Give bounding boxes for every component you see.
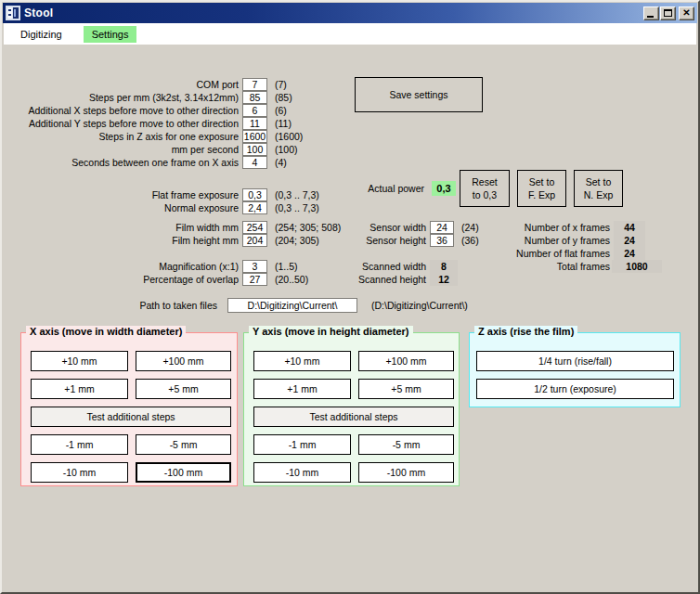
mm-per-second-row: mm per second (100)	[2, 143, 298, 156]
tab-bar: Digitizing Settings	[4, 23, 696, 45]
normal-exposure-input[interactable]	[242, 201, 267, 214]
add-y-steps-row: Additional Y steps before move to other …	[2, 117, 292, 130]
close-button[interactable]: ✕	[679, 6, 694, 20]
sensor-width-label: Sensor width	[308, 222, 426, 233]
add-x-steps-label: Additional X steps before move to other …	[2, 105, 239, 116]
add-x-steps-row: Additional X steps before move to other …	[2, 104, 287, 117]
steps-z-row: Steps in Z axis for one exposure (1600)	[2, 130, 303, 143]
maximize-button[interactable]	[660, 6, 676, 20]
x-minus100-button[interactable]: -100 mm	[136, 462, 231, 483]
seconds-between-hint: (4)	[275, 157, 287, 168]
z-axis-group: Z axis (rise the film) 1/4 turn (rise/fa…	[469, 332, 681, 407]
z-quarter-turn-button[interactable]: 1/4 turn (rise/fall)	[476, 351, 674, 371]
reset-power-button[interactable]: Reset to 0,3	[460, 170, 510, 207]
com-port-hint: (7)	[275, 79, 287, 90]
total-frames-label: Total frames	[446, 261, 610, 272]
y-minus10-button[interactable]: -10 mm	[253, 462, 351, 483]
y-minus1-button[interactable]: -1 mm	[253, 434, 351, 455]
z-half-turn-button[interactable]: 1/2 turn (exposure)	[476, 379, 674, 399]
tab-digitizing[interactable]: Digitizing	[19, 26, 64, 43]
film-width-input[interactable]	[242, 221, 267, 234]
steps-z-hint: (1600)	[275, 131, 303, 142]
close-icon: ✕	[682, 8, 690, 18]
steps-per-mm-row: Steps per mm (3k2st, 3.14x12mm) (85)	[2, 91, 292, 104]
set-normal-line1: Set to	[586, 175, 611, 188]
overlap-row: Percentage of overlap (20..50)	[2, 273, 308, 286]
x-frames-value: 44	[614, 221, 645, 234]
tab-settings[interactable]: Settings	[84, 26, 137, 43]
steps-per-mm-label: Steps per mm (3k2st, 3.14x12mm)	[2, 92, 239, 103]
add-y-steps-input[interactable]	[242, 117, 267, 130]
com-port-input[interactable]	[242, 78, 267, 91]
add-x-steps-input[interactable]	[242, 104, 267, 117]
z-axis-group-title: Z axis (rise the film)	[474, 326, 577, 337]
magnification-input[interactable]	[242, 260, 267, 273]
magnification-label: Magnification (x:1)	[2, 261, 239, 272]
y-plus1-button[interactable]: +1 mm	[253, 379, 351, 399]
actual-power-row: Actual power	[355, 181, 424, 196]
set-normal-exposure-button[interactable]: Set to N. Exp	[574, 170, 623, 207]
film-width-label: Film width mm	[2, 222, 239, 233]
y-minus5-button[interactable]: -5 mm	[358, 434, 454, 455]
x-plus1-button[interactable]: +1 mm	[31, 379, 128, 399]
set-flat-exposure-button[interactable]: Set to F. Exp	[517, 170, 566, 207]
title-bar: Stool ✕	[3, 3, 697, 23]
com-port-label: COM port	[2, 79, 239, 90]
magnification-row: Magnification (x:1) (1..5)	[2, 260, 298, 273]
scanned-width-row: Scanned width 8	[308, 260, 458, 273]
save-settings-button[interactable]: Save settings	[355, 77, 483, 112]
y-plus10-button[interactable]: +10 mm	[253, 351, 351, 371]
minimize-button[interactable]	[643, 6, 659, 20]
x-plus10-button[interactable]: +10 mm	[31, 351, 128, 371]
mm-per-second-input[interactable]	[242, 143, 267, 156]
path-input[interactable]	[227, 298, 357, 313]
steps-per-mm-input[interactable]	[242, 91, 267, 104]
y-minus100-button[interactable]: -100 mm	[358, 462, 454, 483]
seconds-between-input[interactable]	[242, 156, 267, 169]
reset-power-line2: to 0,3	[473, 188, 497, 201]
minimize-icon	[647, 16, 654, 18]
steps-z-input[interactable]	[242, 130, 267, 143]
overlap-input[interactable]	[242, 273, 267, 286]
film-height-row: Film height mm (204; 305)	[2, 234, 319, 247]
y-frames-label: Number of y frames	[446, 235, 610, 246]
y-plus100-button[interactable]: +100 mm	[358, 351, 454, 371]
overlap-hint: (20..50)	[275, 274, 308, 285]
flat-exposure-input[interactable]	[242, 188, 267, 201]
film-height-input[interactable]	[242, 234, 267, 247]
actual-power-value: 0,3	[432, 181, 456, 196]
steps-per-mm-hint: (85)	[275, 92, 292, 103]
scanned-height-label: Scanned height	[308, 274, 426, 285]
flat-frames-value: 24	[614, 247, 645, 260]
x-axis-group: X axis (move in width diameter) +10 mm +…	[20, 332, 238, 486]
y-axis-group: Y axis (move in height diameter) +10 mm …	[243, 332, 460, 486]
normal-exposure-hint: (0,3 .. 7,3)	[275, 202, 319, 213]
normal-exposure-row: Normal exposure (0,3 .. 7,3)	[2, 201, 319, 214]
x-minus5-button[interactable]: -5 mm	[136, 434, 231, 455]
x-minus10-button[interactable]: -10 mm	[31, 462, 128, 483]
flat-exposure-row: Flat frame exposure (0,3 .. 7,3)	[2, 188, 319, 201]
scanned-height-value: 12	[430, 273, 458, 286]
steps-z-label: Steps in Z axis for one exposure	[2, 131, 239, 142]
flat-exposure-label: Flat frame exposure	[2, 189, 239, 200]
flat-frames-row: Number of flat frames 24	[446, 247, 645, 260]
path-row: Path to taken files (D:\Digitizing\Curre…	[2, 298, 468, 313]
path-label: Path to taken files	[2, 300, 217, 311]
set-flat-line2: F. Exp	[528, 188, 555, 201]
window-controls: ✕	[643, 6, 694, 20]
x-plus5-button[interactable]: +5 mm	[136, 379, 231, 399]
add-y-steps-hint: (11)	[275, 118, 292, 129]
y-test-additional-steps-button[interactable]: Test additional steps	[253, 407, 454, 427]
com-port-row: COM port (7)	[2, 78, 287, 91]
seconds-between-label: Seconds between one frame on X axis	[2, 157, 239, 168]
x-frames-row: Number of x frames 44	[446, 221, 645, 234]
scanned-width-label: Scanned width	[308, 261, 426, 272]
y-plus5-button[interactable]: +5 mm	[358, 379, 454, 399]
total-frames-row: Total frames 1080	[446, 260, 662, 273]
x-minus1-button[interactable]: -1 mm	[31, 434, 128, 455]
x-test-additional-steps-button[interactable]: Test additional steps	[31, 407, 231, 427]
add-y-steps-label: Additional Y steps before move to other …	[2, 118, 239, 129]
mm-per-second-label: mm per second	[2, 144, 239, 155]
x-plus100-button[interactable]: +100 mm	[136, 351, 231, 371]
window-title: Stool	[24, 6, 54, 19]
